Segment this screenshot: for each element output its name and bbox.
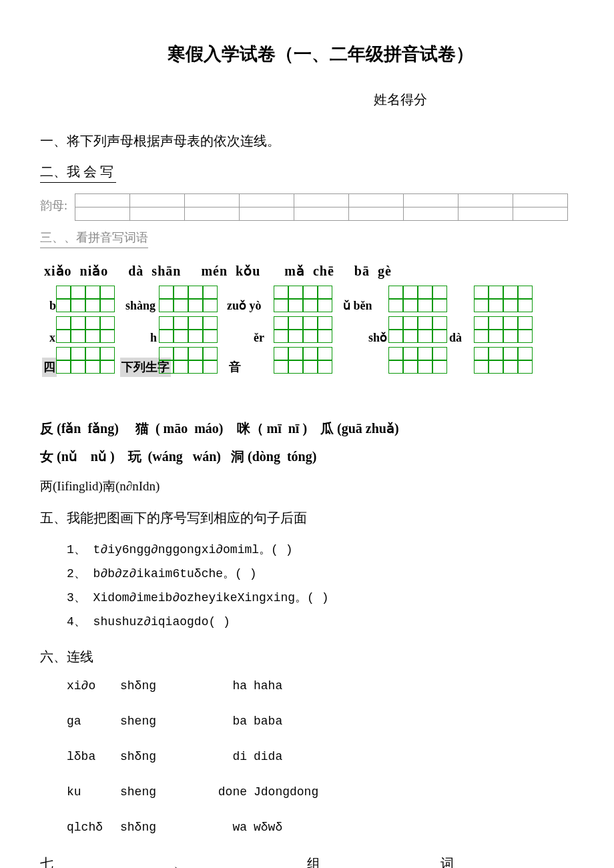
q7-b: 、 xyxy=(174,853,187,868)
match-c: ba xyxy=(214,712,254,731)
match-row: ku sheng done Jdongdong xyxy=(67,783,574,802)
match-a: xi∂o xyxy=(67,677,120,696)
grid-col-5c xyxy=(474,347,533,374)
match-row: lδba shδng di dida xyxy=(67,747,574,767)
match-a: ku xyxy=(67,783,120,802)
name-score: 姓名得分 xyxy=(227,89,574,110)
label-yin: 音 xyxy=(229,358,241,377)
grid-col-1 xyxy=(56,286,115,312)
label-shou: shǒ xyxy=(368,328,387,348)
grid-col-3c xyxy=(274,347,332,374)
grid-col-3 xyxy=(274,286,332,312)
label-er: ěr xyxy=(254,328,264,348)
grid-col-1c xyxy=(56,347,115,374)
match-b: shδng xyxy=(120,818,214,837)
list-item: 4、 shushuz∂iqiaogdo( ) xyxy=(67,610,574,634)
match-c: wa xyxy=(214,818,254,837)
grid-col-5b xyxy=(474,316,533,343)
q7-d: 词 xyxy=(440,853,454,868)
match-d: dida xyxy=(254,747,282,767)
grid-col-4d xyxy=(388,347,447,374)
section-3: 三、、看拼音写词语 xyxy=(40,228,148,248)
grid-col-2 xyxy=(159,286,218,312)
match-b: sheng xyxy=(120,783,214,802)
yunmu-table xyxy=(75,193,568,221)
match-c: done xyxy=(214,783,254,802)
tian-zi-ge-area: b shàng zuǒ yò ǔ běn x h ěr shǒ dà 四 下列生… xyxy=(40,286,574,412)
match-block: xi∂o shδng ha haha ga sheng ba baba lδba… xyxy=(67,677,574,837)
yunmu-block: 韵母: xyxy=(40,193,574,221)
match-a: lδba xyxy=(67,747,120,767)
pinyin-row1: xiǎo niǎo dà shān mén kǒu mǎ chē bā gè xyxy=(40,260,574,282)
label-da: dà xyxy=(449,328,462,348)
q-two: 两(Iifinglid)南(n∂nIdn) xyxy=(40,476,574,496)
match-d: baba xyxy=(254,712,282,731)
match-row: xi∂o shδng ha haha xyxy=(67,677,574,696)
grid-col-2c xyxy=(159,347,218,374)
match-d: Jdongdong xyxy=(254,783,318,802)
match-c: di xyxy=(214,747,254,767)
label-four: 四 xyxy=(42,358,57,377)
label-u-ben: ǔ běn xyxy=(343,296,372,316)
grid-col-2b xyxy=(159,316,218,343)
q4-line2: 女 (nǔ nǔ ) 玩 (wáng wán) 洞 (dòng tóng) xyxy=(40,446,574,467)
q7-a: 七 xyxy=(40,853,53,868)
match-c: ha xyxy=(214,677,254,696)
list-item: 2、 b∂b∂z∂ikaim6tuδche。( ) xyxy=(67,562,574,586)
q5-list: 1、 t∂iy6ngg∂nggongxi∂omiml。( ) 2、 b∂b∂z∂… xyxy=(67,538,574,634)
section-5: 五、我能把图画下的序号写到相应的句子后面 xyxy=(40,507,574,528)
match-row: qlchδ shδng wa wδwδ xyxy=(67,818,574,837)
yunmu-label: 韵母: xyxy=(40,193,67,215)
match-b: shδng xyxy=(120,747,214,767)
page-title: 寒假入学试卷（一、二年级拼音试卷） xyxy=(67,40,574,69)
label-shang: shàng xyxy=(125,296,156,316)
match-a: qlchδ xyxy=(67,818,120,837)
grid-col-1b xyxy=(56,316,115,343)
match-a: ga xyxy=(67,712,120,731)
list-item: 1、 t∂iy6ngg∂nggongxi∂omiml。( ) xyxy=(67,538,574,562)
section-1: 一、将下列声母根据声母表的依次连线。 xyxy=(40,130,574,151)
q4-line1: 反 (fǎn fǎng) 猫 ( māo máo) 咪（ mī nī ) 瓜 (… xyxy=(40,418,574,439)
section-7: 七 、 组 词 xyxy=(40,853,574,868)
grid-col-4b xyxy=(388,286,447,312)
grid-col-5 xyxy=(474,286,533,312)
label-b: b xyxy=(49,296,56,316)
match-b: shδng xyxy=(120,677,214,696)
section-6: 六、连线 xyxy=(40,646,574,667)
grid-col-4c xyxy=(388,316,447,343)
match-row: ga sheng ba baba xyxy=(67,712,574,731)
grid-col-3b xyxy=(274,316,332,343)
match-d: wδwδ xyxy=(254,818,282,837)
label-zuo-you: zuǒ yò xyxy=(227,296,262,316)
section-2: 二、我 会 写 xyxy=(40,161,116,183)
match-d: haha xyxy=(254,677,282,696)
q7-c: 组 xyxy=(307,853,320,868)
label-x: x xyxy=(49,328,55,348)
label-h: h xyxy=(150,328,157,348)
list-item: 3、 Xidom∂imeib∂ozheyikeXingxing。( ) xyxy=(67,586,574,610)
match-b: sheng xyxy=(120,712,214,731)
